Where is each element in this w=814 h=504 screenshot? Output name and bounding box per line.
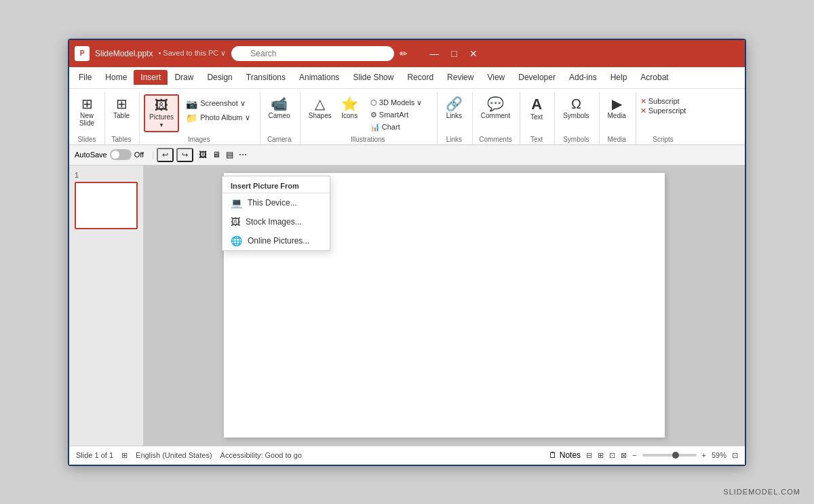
subscript-label: Subscript bbox=[648, 97, 680, 105]
toolbar-icon-1[interactable]: 🖼 bbox=[199, 150, 207, 159]
notes-button[interactable]: 🗒 Notes bbox=[549, 450, 581, 460]
subscript-item: ✕ Subscript bbox=[640, 97, 686, 106]
redo-button[interactable]: ↪ bbox=[176, 148, 193, 162]
scripts-group-label: Scripts bbox=[640, 136, 686, 144]
stock-images-item[interactable]: 🖼 Stock Images... bbox=[222, 212, 330, 231]
links-button[interactable]: 🔗 Links bbox=[442, 94, 467, 122]
minimize-button[interactable]: — bbox=[424, 45, 444, 62]
media-label: Media bbox=[608, 112, 626, 119]
ribbon-content: ⊞ NewSlide Slides ⊞ Table Tables bbox=[69, 89, 745, 144]
tab-draw[interactable]: Draw bbox=[168, 70, 200, 85]
table-icon: ⊞ bbox=[116, 97, 128, 111]
search-wrapper: 🔍 bbox=[231, 46, 394, 61]
superscript-label: Superscript bbox=[648, 106, 686, 115]
slide-thumbnail[interactable] bbox=[75, 182, 138, 229]
chart-button[interactable]: 📊 Chart bbox=[366, 121, 427, 133]
powerpoint-window: P SlideModel.pptx • Saved to this PC ∨ 🔍… bbox=[68, 39, 746, 466]
group-text: A Text Text bbox=[522, 92, 555, 144]
accessibility: Accessibility: Good to go bbox=[220, 451, 302, 459]
close-button[interactable]: ✕ bbox=[464, 45, 483, 62]
fit-slide-icon[interactable]: ⊡ bbox=[732, 451, 738, 460]
tab-acrobat[interactable]: Acrobat bbox=[634, 70, 675, 85]
cameo-icon: 📹 bbox=[271, 97, 288, 111]
pictures-dropdown-arrow: ▼ bbox=[159, 122, 164, 128]
icons-button[interactable]: ⭐ Icons bbox=[337, 94, 362, 122]
tab-record[interactable]: Record bbox=[400, 70, 440, 85]
autosave-track[interactable] bbox=[110, 149, 132, 160]
group-media: ▶ Media Media bbox=[601, 92, 636, 144]
stock-images-label: Stock Images... bbox=[246, 217, 302, 227]
group-slides: ⊞ NewSlide Slides bbox=[72, 92, 105, 144]
symbols-group-label: Symbols bbox=[559, 136, 593, 144]
tables-items: ⊞ Table bbox=[109, 92, 134, 136]
tab-transitions[interactable]: Transitions bbox=[239, 70, 292, 85]
tab-review[interactable]: Review bbox=[440, 70, 480, 85]
screenshot-button[interactable]: 📷 Screenshot ∨ bbox=[182, 97, 254, 111]
search-input[interactable] bbox=[231, 46, 394, 61]
zoom-plus[interactable]: + bbox=[702, 451, 706, 459]
tab-developer[interactable]: Developer bbox=[511, 70, 562, 85]
smartart-label: ⚙ SmartArt bbox=[370, 111, 408, 119]
tab-addins[interactable]: Add-ins bbox=[562, 70, 604, 85]
zoom-slider[interactable] bbox=[642, 454, 697, 457]
superscript-x-icon: ✕ bbox=[640, 106, 646, 115]
scripts-small-group: ✕ Subscript ✕ Superscript bbox=[640, 94, 686, 115]
new-slide-button[interactable]: ⊞ NewSlide bbox=[75, 94, 99, 130]
tab-file[interactable]: File bbox=[72, 70, 98, 85]
tab-home[interactable]: Home bbox=[98, 70, 134, 85]
group-tables: ⊞ Table Tables bbox=[106, 92, 140, 144]
view-normal-icon[interactable]: ⊟ bbox=[586, 451, 592, 460]
tab-animations[interactable]: Animations bbox=[292, 70, 346, 85]
tables-group-label: Tables bbox=[109, 136, 134, 144]
toolbar-divider: | bbox=[152, 150, 154, 159]
pictures-button[interactable]: 🖼 Pictures ▼ bbox=[144, 94, 179, 132]
toolbar-row: AutoSave Off | ↩ ↪ 🖼 🖥 ▤ ⋯ bbox=[69, 145, 745, 166]
ribbon: File Home Insert Draw Design Transitions… bbox=[69, 67, 745, 145]
new-slide-icon: ⊞ bbox=[81, 97, 93, 111]
media-button[interactable]: ▶ Media bbox=[604, 94, 630, 122]
media-group-label: Media bbox=[604, 136, 630, 144]
text-button[interactable]: A Text bbox=[524, 94, 549, 123]
toolbar-icon-4[interactable]: ⋯ bbox=[239, 150, 247, 159]
view-presenter-icon[interactable]: ⊠ bbox=[621, 451, 627, 460]
comment-button[interactable]: 💬 Comment bbox=[477, 94, 514, 122]
group-comments: 💬 Comment Comments bbox=[474, 92, 520, 144]
shapes-button[interactable]: △ Shapes bbox=[305, 94, 336, 122]
icons-label: Icons bbox=[341, 112, 357, 119]
screenshot-photoalbum-group: 📷 Screenshot ∨ 📁 Photo Album ∨ bbox=[182, 94, 254, 125]
view-grid-icon[interactable]: ⊞ bbox=[598, 451, 604, 460]
new-slide-label: NewSlide bbox=[79, 112, 94, 127]
zoom-minus[interactable]: − bbox=[632, 451, 636, 459]
text-label: Text bbox=[530, 113, 543, 121]
group-scripts: ✕ Subscript ✕ Superscript Scripts bbox=[638, 92, 692, 144]
3d-models-button[interactable]: ⬡ 3D Models ∨ bbox=[366, 97, 427, 109]
toolbar-icon-3[interactable]: ▤ bbox=[226, 150, 233, 159]
this-device-label: This Device... bbox=[248, 198, 297, 208]
this-device-item[interactable]: 💻 This Device... bbox=[222, 193, 330, 212]
tab-slideshow[interactable]: Slide Show bbox=[346, 70, 400, 85]
view-reading-icon[interactable]: ⊡ bbox=[609, 451, 615, 460]
maximize-button[interactable]: □ bbox=[446, 45, 462, 62]
tab-help[interactable]: Help bbox=[604, 70, 634, 85]
slide-info: Slide 1 of 1 bbox=[76, 451, 113, 459]
symbols-button[interactable]: Ω Symbols bbox=[559, 94, 593, 122]
undo-button[interactable]: ↩ bbox=[157, 148, 174, 162]
main-area: 1 bbox=[69, 166, 745, 446]
camera-group-label: Camera bbox=[265, 136, 294, 144]
online-pictures-item[interactable]: 🌐 Online Pictures... bbox=[222, 231, 330, 250]
cameo-button[interactable]: 📹 Cameo bbox=[265, 94, 294, 122]
smartart-button[interactable]: ⚙ SmartArt bbox=[366, 109, 427, 121]
dropdown-header: Insert Picture From bbox=[222, 176, 330, 193]
toolbar-icon-2[interactable]: 🖥 bbox=[212, 150, 220, 159]
links-icon: 🔗 bbox=[446, 97, 463, 111]
stock-images-icon: 🖼 bbox=[231, 216, 240, 227]
photo-album-button[interactable]: 📁 Photo Album ∨ bbox=[182, 111, 254, 125]
tab-design[interactable]: Design bbox=[200, 70, 239, 85]
tab-view[interactable]: View bbox=[480, 70, 511, 85]
links-items: 🔗 Links bbox=[442, 92, 467, 136]
comments-group-label: Comments bbox=[477, 136, 514, 144]
photo-album-icon: 📁 bbox=[186, 113, 197, 123]
table-button[interactable]: ⊞ Table bbox=[109, 94, 134, 122]
tab-insert[interactable]: Insert bbox=[134, 70, 168, 85]
symbols-icon: Ω bbox=[571, 97, 581, 111]
